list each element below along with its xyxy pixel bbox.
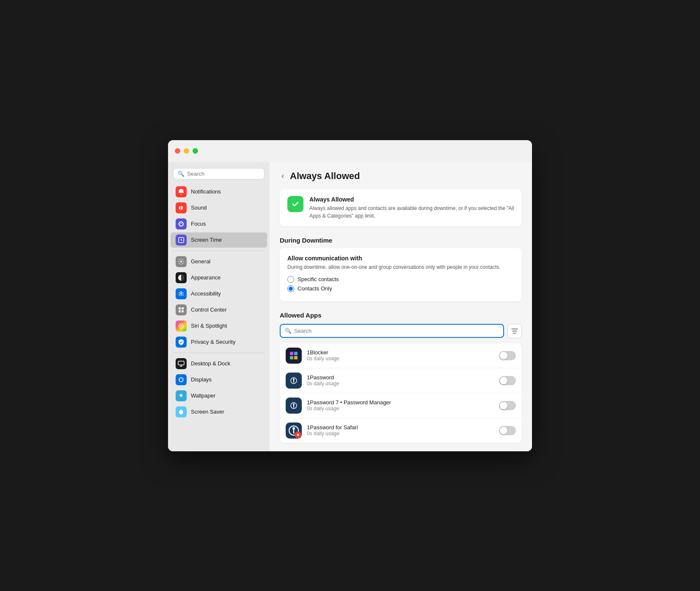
- downtime-box: Allow communication with During downtime…: [280, 248, 522, 301]
- radio-contacts-only[interactable]: Contacts Only: [287, 285, 514, 292]
- app-icon-1password-safari: [286, 423, 302, 439]
- info-card-description: Always allowed apps and contacts are ava…: [309, 204, 514, 220]
- info-card: Always Allowed Always allowed apps and c…: [280, 189, 522, 226]
- radio-specific-contacts[interactable]: Specific contacts: [287, 276, 514, 283]
- back-button[interactable]: ‹: [280, 171, 286, 181]
- filter-button[interactable]: [507, 324, 522, 338]
- sidebar-label-wallpaper: Wallpaper: [191, 392, 215, 399]
- toggle-1password[interactable]: [499, 376, 516, 385]
- svg-rect-19: [294, 356, 298, 359]
- downtime-box-title: Allow communication with: [287, 255, 514, 262]
- wallpaper-icon: [176, 390, 187, 401]
- sidebar-item-privacy[interactable]: Privacy & Security: [171, 334, 267, 350]
- app-name-1blocker: 1Blocker: [307, 349, 494, 356]
- maximize-button[interactable]: [193, 148, 198, 154]
- sidebar-label-accessibility: Accessibility: [191, 290, 221, 297]
- svg-rect-7: [182, 310, 184, 312]
- sidebar-label-screensaver: Screen Saver: [191, 409, 224, 415]
- app-name-1password-safari: 1Password for Safari: [307, 424, 494, 431]
- app-search-wrap[interactable]: 🔍: [280, 324, 504, 338]
- sidebar-item-notifications[interactable]: Notifications: [171, 184, 267, 199]
- app-info-1password: 1Password 0s daily usage: [307, 374, 494, 387]
- svg-rect-4: [179, 307, 181, 309]
- close-button[interactable]: [175, 148, 180, 154]
- sidebar-search-container: 🔍: [168, 166, 270, 184]
- sidebar-label-focus: Focus: [191, 221, 206, 227]
- radio-specific-input[interactable]: [287, 276, 294, 283]
- app-item-1password-safari: 1Password for Safari 0s daily usage: [280, 418, 522, 443]
- app-search-icon: 🔍: [285, 328, 292, 334]
- sidebar-item-siri[interactable]: Siri & Spotlight: [171, 318, 267, 334]
- app-usage-1password7: 0s daily usage: [307, 406, 494, 411]
- svg-rect-10: [178, 361, 184, 365]
- sidebar-label-siri: Siri & Spotlight: [191, 323, 227, 329]
- app-item-1blocker: 1Blocker 0s daily usage: [280, 343, 522, 368]
- sidebar-divider-2: [173, 353, 265, 353]
- sidebar-item-wallpaper[interactable]: Wallpaper: [171, 388, 267, 403]
- general-icon: [176, 256, 187, 267]
- focus-icon: [176, 218, 187, 229]
- toggle-1blocker[interactable]: [499, 351, 516, 360]
- sidebar-label-displays: Displays: [191, 376, 212, 383]
- downtime-section-title: During Downtime: [280, 237, 522, 244]
- app-info-1blocker: 1Blocker 0s daily usage: [307, 349, 494, 362]
- sidebar-label-controlcenter: Control Center: [191, 307, 227, 313]
- app-usage-1password: 0s daily usage: [307, 381, 494, 387]
- app-search-input[interactable]: [294, 328, 499, 334]
- svg-rect-18: [290, 356, 293, 359]
- app-name-1password7: 1Password 7 • Password Manager: [307, 399, 494, 406]
- radio-specific-label: Specific contacts: [298, 276, 339, 282]
- sidebar-item-controlcenter[interactable]: Control Center: [171, 302, 267, 318]
- sidebar-search-input[interactable]: [187, 171, 260, 177]
- svg-point-3: [181, 291, 182, 292]
- app-icon-1blocker: [286, 348, 302, 364]
- screentime-icon: [176, 235, 187, 246]
- traffic-lights: [175, 148, 198, 154]
- toggle-1password-safari[interactable]: [499, 426, 516, 435]
- sidebar-label-appearance: Appearance: [191, 274, 220, 281]
- svg-point-1: [180, 261, 182, 262]
- sidebar-label-screentime: Screen Time: [191, 237, 222, 243]
- privacy-icon: [176, 337, 187, 348]
- app-search-row: 🔍: [280, 324, 522, 338]
- sidebar-item-focus[interactable]: Focus: [171, 216, 267, 232]
- sidebar-item-screensaver[interactable]: Screen Saver: [171, 404, 267, 420]
- always-allowed-icon: [287, 196, 303, 212]
- sidebar-item-accessibility[interactable]: Accessibility: [171, 286, 267, 301]
- sidebar-item-desktop[interactable]: Desktop & Dock: [171, 356, 267, 371]
- sidebar-item-general[interactable]: General: [171, 254, 267, 269]
- sidebar-item-screentime[interactable]: Screen Time: [171, 232, 267, 248]
- settings-window: 🔍 Notifications Sound: [168, 140, 532, 451]
- sidebar-item-displays[interactable]: Displays: [171, 372, 267, 387]
- app-info-1password-safari: 1Password for Safari 0s daily usage: [307, 424, 494, 436]
- titlebar: [168, 140, 532, 162]
- filter-icon: [511, 328, 518, 334]
- sidebar-item-sound[interactable]: Sound: [171, 200, 267, 215]
- sidebar-search-box[interactable]: 🔍: [173, 168, 265, 180]
- sidebar-label-sound: Sound: [191, 204, 207, 211]
- search-icon: 🔍: [178, 171, 185, 177]
- minimize-button[interactable]: [184, 148, 189, 154]
- sidebar-label-general: General: [191, 258, 210, 265]
- radio-contactsonly-label: Contacts Only: [298, 285, 332, 292]
- sidebar-label-notifications: Notifications: [191, 188, 221, 195]
- notifications-icon: [176, 186, 187, 197]
- app-item-1password7: 1Password 7 • Password Manager 0s daily …: [280, 393, 522, 418]
- radio-contactsonly-input[interactable]: [287, 285, 294, 292]
- downtime-box-description: During downtime, allow one-on-one and gr…: [287, 263, 514, 271]
- app-info-1password7: 1Password 7 • Password Manager 0s daily …: [307, 399, 494, 411]
- page-title: Always Allowed: [290, 171, 360, 182]
- app-usage-1password-safari: 0s daily usage: [307, 431, 494, 436]
- svg-rect-16: [290, 352, 293, 355]
- toggle-1password7[interactable]: [499, 401, 516, 410]
- appearance-icon: [176, 272, 187, 283]
- sidebar-label-privacy: Privacy & Security: [191, 339, 235, 345]
- desktop-icon: [176, 358, 187, 369]
- accessibility-icon: [176, 288, 187, 299]
- displays-icon: [176, 374, 187, 385]
- info-card-text: Always Allowed Always allowed apps and c…: [309, 196, 514, 220]
- sidebar: 🔍 Notifications Sound: [168, 162, 270, 451]
- sidebar-divider-1: [173, 251, 265, 251]
- svg-rect-6: [179, 310, 181, 312]
- sidebar-item-appearance[interactable]: Appearance: [171, 270, 267, 285]
